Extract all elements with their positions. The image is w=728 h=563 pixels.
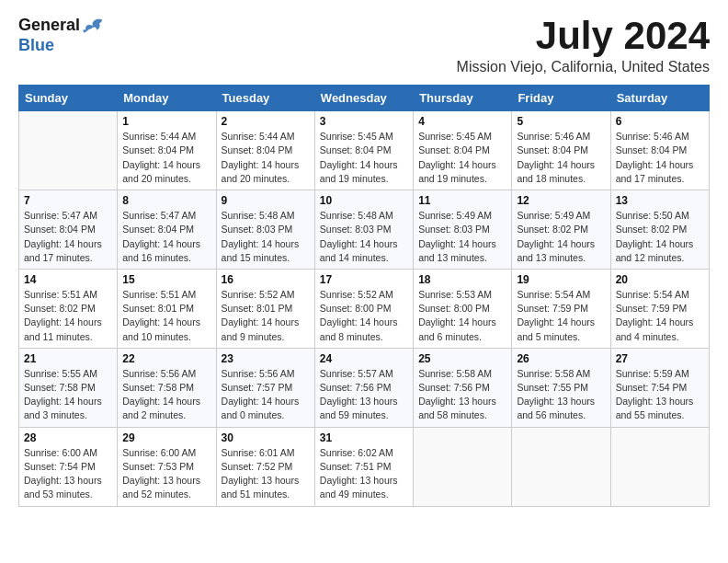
day-number: 31 xyxy=(320,431,408,444)
day-number: 29 xyxy=(122,431,210,444)
day-info: Sunrise: 5:59 AMSunset: 7:54 PMDaylight:… xyxy=(616,367,704,423)
day-number: 7 xyxy=(24,194,112,207)
calendar-cell: 2Sunrise: 5:44 AMSunset: 8:04 PMDaylight… xyxy=(216,111,314,190)
bird-icon xyxy=(82,17,102,37)
calendar-cell xyxy=(19,111,118,190)
day-info: Sunrise: 5:56 AMSunset: 7:58 PMDaylight:… xyxy=(122,367,210,423)
day-info: Sunrise: 5:54 AMSunset: 7:59 PMDaylight:… xyxy=(616,288,704,344)
header-saturday: Saturday xyxy=(610,86,709,111)
day-info: Sunrise: 5:48 AMSunset: 8:03 PMDaylight:… xyxy=(222,209,310,265)
calendar-cell: 19Sunrise: 5:54 AMSunset: 7:59 PMDayligh… xyxy=(512,269,610,348)
day-info: Sunrise: 5:44 AMSunset: 8:04 PMDaylight:… xyxy=(222,130,310,186)
calendar-cell: 18Sunrise: 5:53 AMSunset: 8:00 PMDayligh… xyxy=(414,269,512,348)
calendar-cell: 17Sunrise: 5:52 AMSunset: 8:00 PMDayligh… xyxy=(314,269,413,348)
day-info: Sunrise: 5:58 AMSunset: 7:55 PMDaylight:… xyxy=(517,367,605,423)
calendar-cell: 13Sunrise: 5:50 AMSunset: 8:02 PMDayligh… xyxy=(610,190,709,270)
header-sunday: Sunday xyxy=(19,86,118,111)
calendar-cell: 29Sunrise: 6:00 AMSunset: 7:53 PMDayligh… xyxy=(118,427,216,506)
day-info: Sunrise: 5:46 AMSunset: 8:04 PMDaylight:… xyxy=(616,130,704,186)
calendar-cell: 10Sunrise: 5:48 AMSunset: 8:03 PMDayligh… xyxy=(314,190,413,270)
day-info: Sunrise: 5:57 AMSunset: 7:56 PMDaylight:… xyxy=(320,367,408,423)
calendar-cell: 3Sunrise: 5:45 AMSunset: 8:04 PMDaylight… xyxy=(314,111,413,190)
day-number: 8 xyxy=(122,194,210,207)
day-number: 4 xyxy=(418,115,506,128)
day-number: 9 xyxy=(222,194,310,207)
day-info: Sunrise: 5:49 AMSunset: 8:03 PMDaylight:… xyxy=(418,209,506,265)
day-number: 15 xyxy=(122,273,210,286)
day-info: Sunrise: 5:50 AMSunset: 8:02 PMDaylight:… xyxy=(616,209,704,265)
month-title: July 2024 xyxy=(457,15,710,57)
day-number: 21 xyxy=(24,352,112,365)
calendar-cell: 9Sunrise: 5:48 AMSunset: 8:03 PMDaylight… xyxy=(216,190,314,270)
day-info: Sunrise: 5:44 AMSunset: 8:04 PMDaylight:… xyxy=(122,130,210,186)
day-info: Sunrise: 5:58 AMSunset: 7:56 PMDaylight:… xyxy=(418,367,506,423)
day-number: 23 xyxy=(222,352,310,365)
day-number: 17 xyxy=(320,273,408,286)
day-number: 13 xyxy=(616,194,704,207)
day-info: Sunrise: 5:47 AMSunset: 8:04 PMDaylight:… xyxy=(122,209,210,265)
day-info: Sunrise: 6:01 AMSunset: 7:52 PMDaylight:… xyxy=(222,446,310,502)
day-info: Sunrise: 5:54 AMSunset: 7:59 PMDaylight:… xyxy=(517,288,605,344)
calendar-cell: 24Sunrise: 5:57 AMSunset: 7:56 PMDayligh… xyxy=(314,348,413,427)
calendar-cell: 1Sunrise: 5:44 AMSunset: 8:04 PMDaylight… xyxy=(118,111,216,190)
day-number: 27 xyxy=(616,352,704,365)
day-number: 18 xyxy=(418,273,506,286)
day-info: Sunrise: 5:52 AMSunset: 8:00 PMDaylight:… xyxy=(320,288,408,344)
day-number: 26 xyxy=(517,352,605,365)
day-number: 16 xyxy=(222,273,310,286)
calendar-cell: 8Sunrise: 5:47 AMSunset: 8:04 PMDaylight… xyxy=(118,190,216,270)
day-info: Sunrise: 5:46 AMSunset: 8:04 PMDaylight:… xyxy=(517,130,605,186)
day-number: 12 xyxy=(517,194,605,207)
calendar-week-3: 14Sunrise: 5:51 AMSunset: 8:02 PMDayligh… xyxy=(19,269,710,348)
calendar-cell: 6Sunrise: 5:46 AMSunset: 8:04 PMDaylight… xyxy=(610,111,709,190)
calendar-cell: 25Sunrise: 5:58 AMSunset: 7:56 PMDayligh… xyxy=(414,348,512,427)
day-number: 28 xyxy=(24,431,112,444)
day-info: Sunrise: 5:51 AMSunset: 8:02 PMDaylight:… xyxy=(24,288,112,344)
day-number: 5 xyxy=(517,115,605,128)
day-info: Sunrise: 5:45 AMSunset: 8:04 PMDaylight:… xyxy=(320,130,408,186)
day-number: 14 xyxy=(24,273,112,286)
calendar-week-4: 21Sunrise: 5:55 AMSunset: 7:58 PMDayligh… xyxy=(19,348,710,427)
day-number: 1 xyxy=(122,115,210,128)
calendar-cell: 26Sunrise: 5:58 AMSunset: 7:55 PMDayligh… xyxy=(512,348,610,427)
header-thursday: Thursday xyxy=(414,86,512,111)
calendar-cell: 28Sunrise: 6:00 AMSunset: 7:54 PMDayligh… xyxy=(19,427,118,506)
day-info: Sunrise: 5:55 AMSunset: 7:58 PMDaylight:… xyxy=(24,367,112,423)
day-info: Sunrise: 5:56 AMSunset: 7:57 PMDaylight:… xyxy=(222,367,310,423)
day-number: 6 xyxy=(616,115,704,128)
calendar-cell: 4Sunrise: 5:45 AMSunset: 8:04 PMDaylight… xyxy=(414,111,512,190)
header-friday: Friday xyxy=(512,86,610,111)
logo-blue: Blue xyxy=(18,37,102,55)
day-info: Sunrise: 6:02 AMSunset: 7:51 PMDaylight:… xyxy=(320,446,408,502)
calendar-week-5: 28Sunrise: 6:00 AMSunset: 7:54 PMDayligh… xyxy=(19,427,710,506)
calendar-cell: 14Sunrise: 5:51 AMSunset: 8:02 PMDayligh… xyxy=(19,269,118,348)
calendar-cell: 30Sunrise: 6:01 AMSunset: 7:52 PMDayligh… xyxy=(216,427,314,506)
day-number: 19 xyxy=(517,273,605,286)
calendar-cell: 23Sunrise: 5:56 AMSunset: 7:57 PMDayligh… xyxy=(216,348,314,427)
day-info: Sunrise: 6:00 AMSunset: 7:53 PMDaylight:… xyxy=(122,446,210,502)
day-number: 10 xyxy=(320,194,408,207)
day-info: Sunrise: 5:48 AMSunset: 8:03 PMDaylight:… xyxy=(320,209,408,265)
calendar-cell: 5Sunrise: 5:46 AMSunset: 8:04 PMDaylight… xyxy=(512,111,610,190)
calendar-cell xyxy=(414,427,512,506)
day-info: Sunrise: 5:52 AMSunset: 8:01 PMDaylight:… xyxy=(222,288,310,344)
page-header: General Blue July 2024 Mission Viejo, Ca… xyxy=(18,15,710,75)
day-number: 3 xyxy=(320,115,408,128)
logo: General Blue xyxy=(18,15,102,55)
calendar-cell: 22Sunrise: 5:56 AMSunset: 7:58 PMDayligh… xyxy=(118,348,216,427)
calendar-cell: 31Sunrise: 6:02 AMSunset: 7:51 PMDayligh… xyxy=(314,427,413,506)
day-number: 11 xyxy=(418,194,506,207)
calendar-cell: 27Sunrise: 5:59 AMSunset: 7:54 PMDayligh… xyxy=(610,348,709,427)
day-info: Sunrise: 5:53 AMSunset: 8:00 PMDaylight:… xyxy=(418,288,506,344)
calendar-cell xyxy=(512,427,610,506)
calendar-week-1: 1Sunrise: 5:44 AMSunset: 8:04 PMDaylight… xyxy=(19,111,710,190)
calendar-cell: 16Sunrise: 5:52 AMSunset: 8:01 PMDayligh… xyxy=(216,269,314,348)
calendar-table: SundayMondayTuesdayWednesdayThursdayFrid… xyxy=(18,85,710,506)
day-info: Sunrise: 5:45 AMSunset: 8:04 PMDaylight:… xyxy=(418,130,506,186)
calendar-cell: 15Sunrise: 5:51 AMSunset: 8:01 PMDayligh… xyxy=(118,269,216,348)
calendar-cell: 12Sunrise: 5:49 AMSunset: 8:02 PMDayligh… xyxy=(512,190,610,270)
day-info: Sunrise: 5:49 AMSunset: 8:02 PMDaylight:… xyxy=(517,209,605,265)
day-info: Sunrise: 5:51 AMSunset: 8:01 PMDaylight:… xyxy=(122,288,210,344)
calendar-cell: 7Sunrise: 5:47 AMSunset: 8:04 PMDaylight… xyxy=(19,190,118,270)
calendar-week-2: 7Sunrise: 5:47 AMSunset: 8:04 PMDaylight… xyxy=(19,190,710,270)
